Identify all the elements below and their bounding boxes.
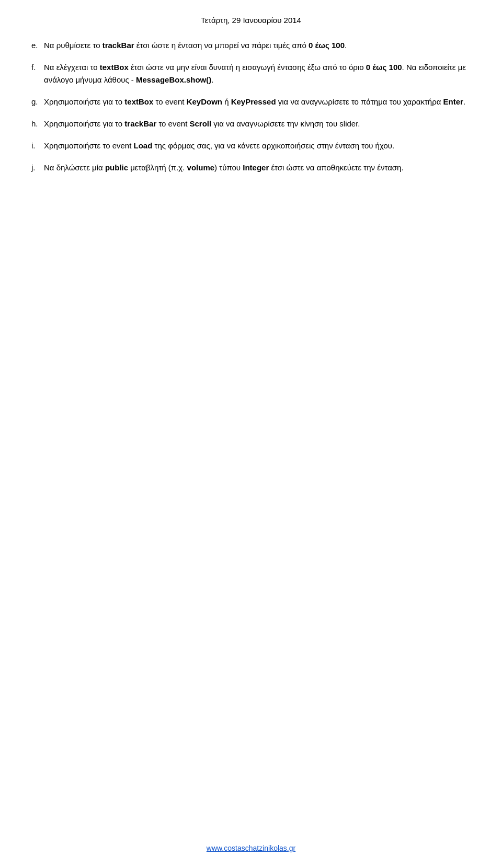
item-text-j: Να δηλώσετε μία public μεταβλητή (π.χ. v… — [44, 161, 471, 174]
list-item: e. Να ρυθμίσετε το trackBar έτσι ώστε η … — [31, 39, 471, 52]
item-label-e: e. — [31, 39, 44, 52]
item-label-g: g. — [31, 96, 44, 108]
page-container: Τετάρτη, 29 Ιανουαρίου 2014 e. Να ρυθμίσ… — [0, 0, 502, 868]
page-title: Τετάρτη, 29 Ιανουαρίου 2014 — [31, 16, 471, 25]
list-item: h. Χρησιμοποιήστε για το trackBar το eve… — [31, 118, 471, 130]
item-text-f: Να ελέγχεται το textBox έτσι ώστε να μην… — [44, 61, 471, 86]
item-label-h: h. — [31, 118, 44, 130]
item-text-i: Χρησιμοποιήστε το event Load της φόρμας … — [44, 140, 471, 152]
item-text-e: Να ρυθμίσετε το trackBar έτσι ώστε η έντ… — [44, 39, 471, 52]
footer-link[interactable]: www.costaschatzinikolas.gr — [207, 844, 295, 852]
list-item: g. Χρησιμοποιήστε για το textBox το even… — [31, 96, 471, 108]
item-label-i: i. — [31, 140, 44, 152]
list-item: i. Χρησιμοποιήστε το event Load της φόρμ… — [31, 140, 471, 152]
item-label-j: j. — [31, 161, 44, 174]
list-item: f. Να ελέγχεται το textBox έτσι ώστε να … — [31, 61, 471, 86]
footer-link-container: www.costaschatzinikolas.gr — [0, 843, 502, 852]
item-label-f: f. — [31, 61, 44, 74]
item-text-g: Χρησιμοποιήστε για το textBox το event K… — [44, 96, 471, 108]
list-item: j. Να δηλώσετε μία public μεταβλητή (π.χ… — [31, 161, 471, 174]
content-section: e. Να ρυθμίσετε το trackBar έτσι ώστε η … — [31, 39, 471, 174]
item-text-h: Χρησιμοποιήστε για το trackBar το event … — [44, 118, 471, 130]
